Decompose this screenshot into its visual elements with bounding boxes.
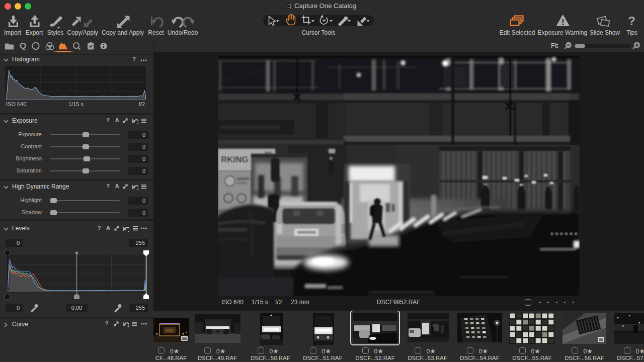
svg-text:RKING: RKING (221, 155, 249, 164)
svg-text:Q: Q (20, 41, 26, 51)
svg-text:?: ? (628, 14, 635, 28)
